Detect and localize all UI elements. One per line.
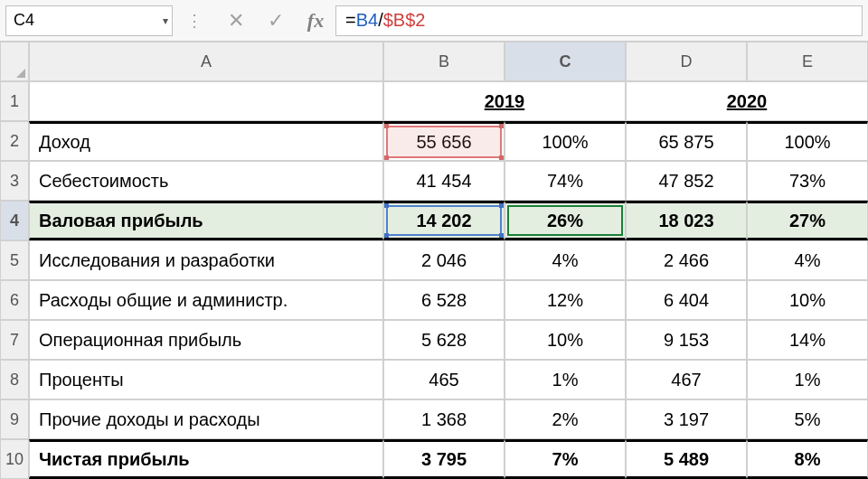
cell-d5[interactable]: 2 466 <box>626 240 747 280</box>
ref-handle-icon <box>383 121 389 128</box>
row-header-9[interactable]: 9 <box>0 399 29 439</box>
accept-button[interactable]: ✓ <box>256 5 296 36</box>
cell-d6[interactable]: 6 404 <box>626 280 747 320</box>
cell-e5[interactable]: 4% <box>747 240 868 280</box>
row-header-8[interactable]: 8 <box>0 360 29 399</box>
cell-e6[interactable]: 10% <box>747 280 868 320</box>
cell-d10[interactable]: 5 489 <box>626 439 747 479</box>
cell-a1[interactable] <box>29 81 383 121</box>
row-header-10[interactable]: 10 <box>0 439 29 479</box>
cell-c9[interactable]: 2% <box>505 399 626 439</box>
cell-c6[interactable]: 12% <box>505 280 626 320</box>
column-header-b[interactable]: B <box>383 42 505 81</box>
column-header-c[interactable]: C <box>505 42 626 81</box>
row-header-4[interactable]: 4 <box>0 201 29 240</box>
cell-a9[interactable]: Прочие доходы и расходы <box>29 399 383 439</box>
cell-e8[interactable]: 1% <box>747 360 868 399</box>
cell-b2[interactable]: 55 656 <box>383 121 505 161</box>
active-cell-reference: C4 <box>6 11 34 30</box>
ref-handle-icon <box>383 155 389 161</box>
cell-c3[interactable]: 74% <box>505 161 626 201</box>
row-header-7[interactable]: 7 <box>0 320 29 360</box>
cell-year-2019[interactable]: 2019 <box>383 81 626 121</box>
insert-function-button[interactable]: fx <box>296 5 335 36</box>
cell-c2[interactable]: 100% <box>505 121 626 161</box>
cell-a10[interactable]: Чистая прибыль <box>29 439 383 479</box>
column-header-d[interactable]: D <box>626 42 747 81</box>
select-all-corner[interactable] <box>0 42 29 81</box>
spreadsheet-grid[interactable]: A B C D E 1 2019 2020 2 Доход 55 656 100… <box>0 42 868 479</box>
cell-year-2020[interactable]: 2020 <box>626 81 868 121</box>
ref-handle-icon <box>499 155 505 161</box>
cell-a8[interactable]: Проценты <box>29 360 383 399</box>
cell-b10[interactable]: 3 795 <box>383 439 505 479</box>
row-header-5[interactable]: 5 <box>0 240 29 280</box>
cell-a5[interactable]: Исследования и разработки <box>29 240 383 280</box>
cell-d9[interactable]: 3 197 <box>626 399 747 439</box>
ref-handle-icon <box>383 233 389 240</box>
formula-bar-separator-icon: ⋮ <box>173 11 216 31</box>
cell-b7[interactable]: 5 628 <box>383 320 505 360</box>
formula-input[interactable]: = B4 / $B$2 <box>335 5 863 36</box>
cell-c10[interactable]: 7% <box>505 439 626 479</box>
cell-c7[interactable]: 10% <box>505 320 626 360</box>
ref-handle-icon <box>499 121 505 128</box>
cell-d7[interactable]: 9 153 <box>626 320 747 360</box>
cell-d3[interactable]: 47 852 <box>626 161 747 201</box>
cell-b2-value: 55 656 <box>416 132 471 153</box>
cell-d4[interactable]: 18 023 <box>626 201 747 240</box>
column-header-e[interactable]: E <box>747 42 868 81</box>
cell-e10[interactable]: 8% <box>747 439 868 479</box>
cell-a7[interactable]: Операционная прибыль <box>29 320 383 360</box>
cell-e7[interactable]: 14% <box>747 320 868 360</box>
cell-c4-value: 26% <box>547 211 583 231</box>
column-header-a[interactable]: A <box>29 42 383 81</box>
cell-e2[interactable]: 100% <box>747 121 868 161</box>
cell-b3[interactable]: 41 454 <box>383 161 505 201</box>
row-header-2[interactable]: 2 <box>0 121 29 161</box>
cell-b4[interactable]: 14 202 <box>383 201 505 240</box>
cell-a2[interactable]: Доход <box>29 121 383 161</box>
row-header-3[interactable]: 3 <box>0 161 29 201</box>
cell-a3[interactable]: Себестоимость <box>29 161 383 201</box>
ref-handle-icon <box>383 201 389 208</box>
cell-b9[interactable]: 1 368 <box>383 399 505 439</box>
name-box-dropdown-icon[interactable]: ▾ <box>163 14 168 27</box>
cell-c8[interactable]: 1% <box>505 360 626 399</box>
cell-c5[interactable]: 4% <box>505 240 626 280</box>
formula-token-ref-b2: $B$2 <box>383 10 426 31</box>
cell-c4[interactable]: 26% <box>505 201 626 240</box>
cell-e3[interactable]: 73% <box>747 161 868 201</box>
row-header-6[interactable]: 6 <box>0 280 29 320</box>
formula-token-equals: = <box>345 10 356 31</box>
row-header-1[interactable]: 1 <box>0 81 29 121</box>
cell-e9[interactable]: 5% <box>747 399 868 439</box>
cell-b8[interactable]: 465 <box>383 360 505 399</box>
formula-token-ref-b4: B4 <box>356 10 378 31</box>
cell-b5[interactable]: 2 046 <box>383 240 505 280</box>
cell-d2[interactable]: 65 875 <box>626 121 747 161</box>
cancel-button[interactable]: ✕ <box>216 5 256 36</box>
cell-e4[interactable]: 27% <box>747 201 868 240</box>
name-box[interactable]: C4 ▾ <box>5 5 173 36</box>
cell-b4-value: 14 202 <box>416 211 471 231</box>
cell-a6[interactable]: Расходы общие и администр. <box>29 280 383 320</box>
cell-b6[interactable]: 6 528 <box>383 280 505 320</box>
cell-a4[interactable]: Валовая прибыль <box>29 201 383 240</box>
cell-d8[interactable]: 467 <box>626 360 747 399</box>
formula-bar: C4 ▾ ⋮ ✕ ✓ fx = B4 / $B$2 <box>0 0 868 42</box>
